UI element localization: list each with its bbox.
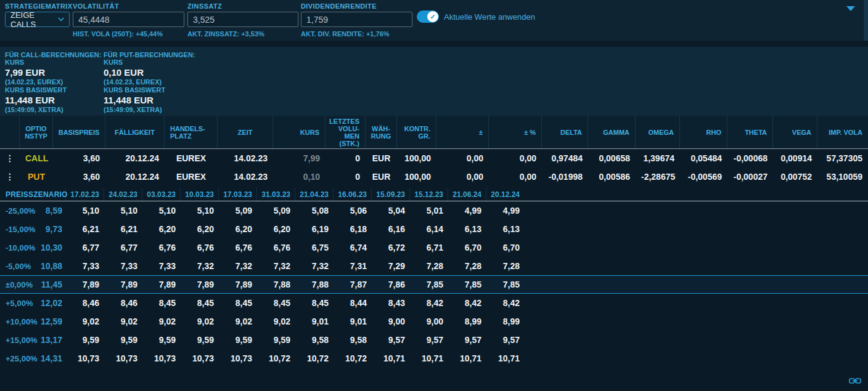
option-row-call[interactable]: ⋮CALL3,6020.12.24EUREX14.02.237,990EUR10… [0, 149, 868, 167]
scenario-date: 20.12.24 [486, 188, 524, 201]
scenario-date: 15.09.23 [371, 188, 409, 201]
cell-handelsplatz: EUREX [165, 172, 218, 182]
scenario-date: 21.06.24 [448, 188, 486, 201]
scenario-value: 10,73 [218, 353, 256, 363]
cell-kontraktgroesse: 100,00 [397, 153, 436, 163]
scenario-base-price: 10,88 [38, 261, 65, 271]
header-rho: RHO [680, 116, 727, 148]
scenario-change: -10,00% [0, 243, 38, 252]
header-faelligkeit: FÄLLIGKEIT [105, 116, 165, 148]
scenario-value: 6,71 [409, 243, 448, 252]
put-price-label: KURS [104, 58, 195, 66]
put-price: 0,10 EUR [104, 67, 195, 78]
scenario-value: 9,02 [180, 316, 218, 326]
scenario-value: 8,46 [65, 298, 104, 308]
scenario-value: 8,99 [448, 316, 486, 326]
header-kontraktgroesse: KONTR. GR. [397, 116, 436, 148]
scenario-value: 6,76 [218, 243, 256, 252]
scenario-row: +10,00%12,599,029,029,029,029,029,029,01… [0, 312, 868, 331]
put-price-meta: (14.02.23, EUREX) [104, 78, 195, 86]
scenario-date: 15.12.23 [409, 188, 448, 201]
scenario-base-price: 9,73 [38, 224, 65, 234]
apply-current-values-toggle[interactable]: ✓ [417, 10, 439, 23]
scenario-value: 6,13 [448, 224, 486, 234]
scrollbar-strip[interactable] [864, 0, 868, 41]
scenario-value: 9,59 [256, 335, 295, 345]
scenario-date: 24.02.23 [104, 188, 142, 201]
scenario-value: 7,85 [448, 280, 486, 289]
scenario-value: 10,73 [65, 353, 104, 363]
scenario-value: 8,42 [448, 298, 486, 308]
cell-basispreis: 3,60 [53, 172, 105, 182]
price-scenario-header: PREISSZENARIO 17.02.2324.02.2303.03.2310… [0, 188, 868, 201]
put-underlying-label: KURS BASISWERT [104, 86, 195, 94]
kebab-menu-icon[interactable]: ⋮ [0, 155, 20, 161]
header-abs-change: ± [436, 116, 489, 148]
scenario-value: 7,89 [218, 280, 256, 289]
scenario-value: 7,28 [409, 261, 448, 271]
scenario-row: ±0,00%11,457,897,897,897,897,897,887,887… [0, 275, 868, 294]
dividend-input[interactable] [301, 12, 412, 27]
scenario-value: 8,42 [409, 298, 448, 308]
scenario-change: +25,00% [0, 354, 38, 363]
scenario-value: 6,77 [65, 243, 104, 252]
option-row-put[interactable]: ⋮PUT3,6020.12.24EUREX14.02.230,100EUR100… [0, 167, 868, 186]
scenario-value: 7,32 [256, 261, 295, 271]
scenario-value: 7,33 [65, 261, 104, 271]
volatility-input[interactable] [73, 12, 184, 27]
scenario-value: 9,57 [448, 335, 486, 345]
scenario-value: 9,00 [409, 316, 448, 326]
scenario-value: 7,89 [104, 280, 142, 289]
header-optionstyp: OPTIO NSTYP [20, 116, 53, 148]
cell-pct-change: 0,00 [489, 172, 542, 182]
toolbar: STRATEGIEMATRIX ZEIGE CALLS VOLATILITÄT … [0, 0, 868, 41]
price-scenario-title: PREISSZENARIO [0, 190, 65, 199]
price-scenario-body: -25,00%8,595,105,105,105,105,095,095,085… [0, 201, 868, 368]
strategy-select[interactable]: ZEIGE CALLS [5, 12, 70, 27]
scenario-value: 5,08 [295, 206, 333, 216]
price-scenario-table: PREISSZENARIO 17.02.2324.02.2303.03.2310… [0, 188, 868, 368]
scenario-value: 5,04 [371, 206, 409, 216]
triangle-down-icon[interactable] [846, 6, 855, 11]
call-quote-title: FÜR CALL-BERECHNUNGEN: [5, 51, 101, 58]
scenario-value: 5,10 [142, 206, 180, 216]
scenario-value: 10,72 [295, 353, 333, 363]
call-quote-block: FÜR CALL-BERECHNUNGEN: KURS 7,99 EUR (14… [5, 51, 101, 114]
cell-abs-change: 0,00 [436, 153, 489, 163]
dividend-label: DIVIDENDENRENDITE [301, 2, 412, 10]
scenario-date: 21.04.23 [295, 188, 333, 201]
scenario-change: +5,00% [0, 299, 38, 308]
scenario-value: 7,89 [180, 280, 218, 289]
cell-letztes-volumen: 0 [326, 172, 366, 182]
scenario-value: 9,00 [371, 316, 409, 326]
link-icon[interactable] [849, 376, 861, 387]
scenario-date: 03.03.23 [142, 188, 180, 201]
scenario-value: 9,59 [65, 335, 104, 345]
header-vega: VEGA [773, 116, 817, 148]
scenario-value: 6,76 [142, 243, 180, 252]
scenario-value: 7,85 [409, 280, 448, 289]
check-icon: ✓ [427, 11, 438, 22]
kebab-menu-icon[interactable]: ⋮ [0, 174, 20, 180]
volatility-hint: HIST. VOLA (250T): +45,44% [73, 30, 184, 38]
header-waehrung: WÄH- RUNG [366, 116, 397, 148]
scenario-value: 8,43 [371, 298, 409, 308]
header-zeit: ZEIT [218, 116, 273, 148]
scenario-value: 5,09 [218, 206, 256, 216]
scenario-value: 7,33 [142, 261, 180, 271]
cell-letztes-volumen: 0 [326, 153, 366, 163]
scenario-value: 9,58 [295, 335, 333, 345]
cell-handelsplatz: EUREX [165, 153, 218, 163]
apply-current-values-label: Aktuelle Werte anwenden [444, 12, 535, 22]
scenario-value: 9,57 [486, 335, 524, 345]
header-omega: OMEGA [636, 116, 680, 148]
scenario-value: 8,45 [180, 298, 218, 308]
scenario-value: 9,02 [65, 316, 104, 326]
strategy-select-value: ZEIGE CALLS [10, 10, 58, 29]
cell-waehrung: EUR [366, 153, 397, 163]
interest-input[interactable] [187, 12, 298, 27]
cell-rho: 0,05484 [680, 153, 727, 163]
call-underlying-meta: (15:49:09, XETRA) [5, 106, 101, 113]
interest-control: ZINSSATZ AKT. ZINSSATZ: +3,53% [187, 2, 298, 38]
scenario-base-price: 13,17 [38, 335, 65, 345]
